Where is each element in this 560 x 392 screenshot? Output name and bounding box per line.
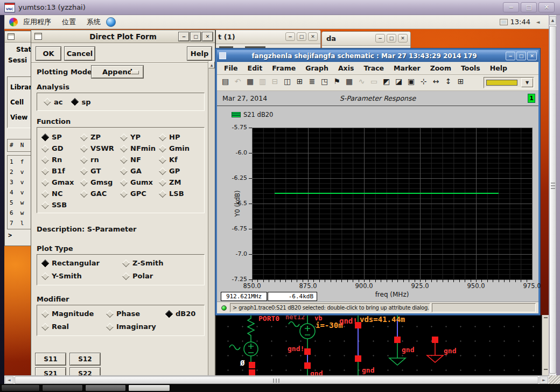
button-s12[interactable]: S12 — [70, 353, 100, 365]
radio-y-smith[interactable]: Y-Smith — [41, 270, 122, 282]
waveform-titlebar[interactable]: fangzhenla shejifangfa schematic : Mar 2… — [217, 50, 538, 62]
radio-kf[interactable]: Kf — [159, 154, 197, 165]
menu-file[interactable]: File — [219, 62, 243, 74]
menu-help[interactable]: Help — [485, 62, 512, 74]
menu-graph[interactable]: Graph — [300, 62, 333, 74]
maximize-button[interactable]: □ — [387, 34, 396, 43]
minimize-button[interactable]: − — [375, 34, 385, 43]
menu-zoom[interactable]: Zoom — [425, 62, 456, 74]
maximize-button[interactable]: □ — [521, 2, 537, 12]
radio-rn[interactable]: rn — [80, 154, 120, 165]
maximize-button[interactable]: □ — [297, 32, 306, 41]
hscroll-thumb[interactable] — [15, 376, 538, 384]
invert-dark-icon[interactable]: ◩ — [381, 76, 392, 87]
browser-globe-icon[interactable] — [106, 17, 116, 27]
session-window-titlebar[interactable] — [5, 31, 32, 43]
close-button[interactable]: ✕ — [202, 32, 213, 41]
panel-menu[interactable]: 位置 — [62, 17, 76, 27]
graph-list-icon[interactable]: ≣ — [306, 76, 318, 87]
zoom-fit-icon[interactable]: ⊹ — [418, 76, 429, 87]
radio-nf[interactable]: NF — [120, 154, 159, 165]
zoom-y-icon[interactable]: ↕ — [443, 76, 454, 87]
list-row[interactable]: 6 w — [10, 208, 32, 218]
close-button[interactable]: ✕ — [398, 34, 408, 43]
menu-frame[interactable]: Frame — [267, 62, 300, 74]
radio-ga[interactable]: GA — [120, 165, 159, 177]
radio-hp[interactable]: HP — [159, 131, 197, 143]
taskbar-button[interactable] — [85, 384, 126, 391]
radio-lsb[interactable]: LSB — [159, 188, 197, 199]
clock[interactable]: 13:44 — [510, 15, 530, 29]
scroll-up-icon[interactable]: ▲ — [208, 61, 215, 68]
minimize-button[interactable]: − — [506, 52, 515, 60]
close-button[interactable]: ✕ — [527, 52, 537, 60]
radio-zm[interactable]: ZM — [159, 177, 197, 188]
radio-sp[interactable]: sp — [71, 96, 90, 108]
cancel-button[interactable]: Cancel — [65, 47, 95, 60]
scroll-left-icon[interactable]: ◄ — [5, 376, 13, 384]
graph-region[interactable]: Mar 27, 2014 S-Parameter Response 1 S21 … — [217, 91, 538, 302]
schematic-area[interactable]: PORT0net12vbi=-30mgnd!vds=41.44mgnd!gndg… — [215, 315, 542, 375]
radio-gmax[interactable]: Gmax — [41, 177, 80, 188]
radio-gd[interactable]: GD — [41, 143, 80, 154]
cursor-y-readout[interactable]: -6.4kdB — [268, 292, 317, 301]
menu-edit[interactable]: Edit — [243, 62, 268, 74]
panel-menu[interactable]: 应用程序 — [23, 17, 51, 27]
radio-vswr[interactable]: VSWR — [80, 143, 120, 154]
list-row[interactable]: 4 v — [10, 187, 32, 198]
taskbar-button[interactable] — [42, 384, 83, 391]
maximize-button[interactable]: □ — [191, 32, 201, 41]
taskbar-button[interactable] — [1, 384, 40, 391]
radio-real[interactable]: Real — [41, 321, 106, 332]
radio-phase[interactable]: Phase — [106, 308, 165, 319]
calculator-icon[interactable]: ▣ — [405, 76, 417, 87]
minimize-button[interactable]: − — [179, 32, 189, 41]
radio-gt[interactable]: GT — [80, 165, 120, 177]
form-titlebar[interactable]: Direct Plot Form − □ ✕ — [31, 30, 215, 43]
plot-canvas[interactable] — [252, 128, 533, 280]
radio-ssb[interactable]: SSB — [41, 199, 80, 211]
radio-rn[interactable]: Rn — [41, 154, 80, 165]
scroll-right-icon[interactable]: ► — [540, 376, 548, 384]
ok-button[interactable]: OK — [36, 47, 61, 60]
panel-menu[interactable]: 系统 — [87, 17, 101, 27]
radio-yp[interactable]: YP — [120, 131, 159, 143]
window-titlebar[interactable]: da − □ ✕ — [322, 32, 410, 46]
trace-s21-db20[interactable] — [275, 193, 499, 194]
radio-imaginary[interactable]: Imaginary — [106, 321, 165, 332]
session-window[interactable]: Stat Sessi LibraryCellView # N 1 f2 v3 v… — [4, 31, 32, 246]
panel-hide-arrow-icon[interactable]: ◄ — [535, 17, 541, 27]
selected-pin[interactable] — [249, 362, 255, 368]
list-row[interactable]: 2 v — [10, 167, 32, 177]
zoom-x-icon[interactable]: ↔ — [430, 76, 442, 87]
grid-icon[interactable]: ▦ — [244, 76, 256, 87]
selected-pin[interactable] — [249, 369, 255, 375]
selected-pin[interactable] — [304, 348, 311, 355]
cursor-x-readout[interactable]: 912.621MHz — [221, 292, 267, 301]
maximize-button[interactable]: □ — [516, 52, 526, 60]
applications-menu-icon[interactable] — [9, 18, 18, 26]
fit-all-icon[interactable]: ⊞ — [455, 76, 466, 87]
radio-zp[interactable]: ZP — [80, 131, 120, 143]
plotting-mode-select[interactable]: Append — [92, 66, 143, 78]
vscroll-thumb[interactable] — [549, 26, 556, 374]
menu-marker[interactable]: Marker — [389, 62, 425, 74]
radio-db20[interactable]: dB20 — [165, 308, 201, 319]
minimize-button[interactable]: − — [285, 32, 295, 41]
selected-pin[interactable] — [432, 337, 438, 343]
selected-pin[interactable] — [355, 322, 361, 328]
radio-gac[interactable]: GAC — [80, 188, 120, 199]
radio-nfmin[interactable]: NFmin — [120, 143, 159, 154]
radio-gmin[interactable]: Gmin — [159, 143, 197, 154]
new-subwindow-icon[interactable]: ◳ — [319, 76, 330, 87]
session-menu[interactable]: Sessi — [8, 57, 27, 64]
selected-pin[interactable] — [304, 362, 311, 369]
radio-sp[interactable]: SP — [41, 131, 80, 143]
radio-magnitude[interactable]: Magnitude — [41, 308, 106, 319]
radio-b1f[interactable]: B1f — [41, 165, 80, 177]
trace-color-select[interactable]: ▼ — [484, 77, 534, 88]
window-titlebar[interactable]: t (1) − □ ✕ — [214, 30, 320, 44]
radio-gpc[interactable]: GPC — [120, 188, 159, 199]
invert-light-icon[interactable]: ◪ — [393, 76, 404, 87]
overlay-window-icon[interactable]: ⊞ — [294, 76, 305, 87]
